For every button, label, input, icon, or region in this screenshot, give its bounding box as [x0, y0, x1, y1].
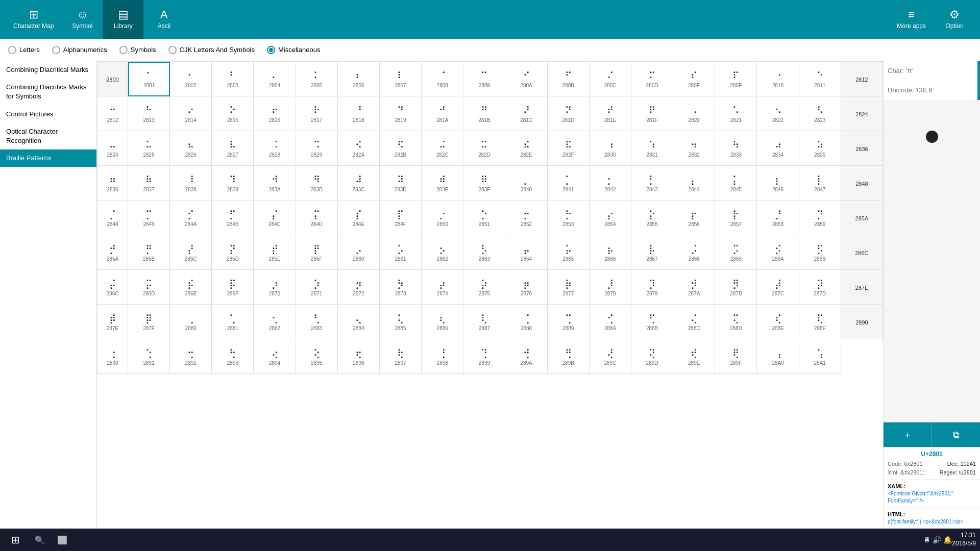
grid-cell-2868[interactable]: ⡨2868 [673, 235, 715, 270]
grid-cell-284F[interactable]: ⡏284F [380, 201, 422, 235]
grid-cell-2828[interactable]: ⠨2828 [254, 131, 296, 166]
grid-cell-2842[interactable]: ⡂2842 [590, 166, 631, 201]
grid-cell-2836[interactable]: ⠶2836 [97, 166, 128, 201]
grid-cell-288A[interactable]: ⢊288A [590, 305, 631, 339]
grid-cell-2862[interactable]: ⡢2862 [422, 235, 463, 270]
grid-cell-288E[interactable]: ⢎288E [757, 305, 799, 339]
grid-cell-2870[interactable]: ⡰2870 [254, 270, 296, 305]
grid-cell-282D[interactable]: ⠭282D [463, 131, 505, 166]
sidebar-item-control-pictures[interactable]: Control Pictures [0, 106, 96, 123]
char-search-input[interactable] [884, 61, 977, 81]
grid-cell-2803[interactable]: ⠃2803 [212, 62, 254, 96]
taskbar-search[interactable]: 🔍 [31, 531, 49, 549]
grid-cell-286C[interactable]: ⡬286C [97, 270, 128, 305]
grid-cell-2881[interactable]: ⢁2881 [212, 305, 254, 339]
grid-cell-2859[interactable]: ⡙2859 [799, 201, 841, 235]
grid-cell-2873[interactable]: ⡳2873 [380, 270, 422, 305]
grid-cell-286D[interactable]: ⡭286D [128, 270, 170, 305]
grid-cell-285B[interactable]: ⡛285B [128, 235, 170, 270]
grid-cell-2839[interactable]: ⠹2839 [212, 166, 254, 201]
taskbar-task-view[interactable]: ⬜ [53, 531, 71, 549]
grid-cell-2866[interactable]: ⡦2866 [590, 235, 631, 270]
grid-cell-2845[interactable]: ⡅2845 [715, 166, 757, 201]
grid-cell-289B[interactable]: ⢛289B [548, 339, 590, 374]
grid-cell-286F[interactable]: ⡯286F [212, 270, 254, 305]
grid-cell-284B[interactable]: ⡋284B [212, 201, 254, 235]
grid-cell-281F[interactable]: ⠟281F [631, 96, 673, 131]
grid-cell-286B[interactable]: ⡫286B [799, 235, 841, 270]
grid-cell-2855[interactable]: ⡕2855 [631, 201, 673, 235]
grid-cell-2874[interactable]: ⡴2874 [422, 270, 463, 305]
grid-cell-2852[interactable]: ⡒2852 [505, 201, 547, 235]
grid-cell-2883[interactable]: ⢃2883 [296, 305, 338, 339]
grid-cell-287C[interactable]: ⡼287C [757, 270, 799, 305]
volume-icon[interactable]: 🔊 [933, 536, 941, 544]
grid-cell-284C[interactable]: ⡌284C [254, 201, 296, 235]
grid-cell-2811[interactable]: ⠑2811 [799, 62, 841, 96]
grid-cell-2865[interactable]: ⡥2865 [548, 235, 590, 270]
grid-cell-2838[interactable]: ⠸2838 [170, 166, 212, 201]
toolbar-library[interactable]: ▤ Library [103, 0, 143, 39]
grid-cell-2889[interactable]: ⢉2889 [548, 305, 590, 339]
toolbar-character-map[interactable]: ⊞ Character Map [5, 0, 62, 39]
network-icon[interactable]: 🖥 [923, 536, 930, 544]
grid-cell-2867[interactable]: ⡧2867 [631, 235, 673, 270]
grid-cell-280A[interactable]: ⠊280A [505, 62, 547, 96]
grid-cell-2810[interactable]: ⠐2810 [757, 62, 799, 96]
sidebar-item-ocr[interactable]: Optical Character Recognition [0, 123, 96, 149]
grid-cell-2876[interactable]: ⡶2876 [505, 270, 547, 305]
grid-cell-283C[interactable]: ⠼283C [338, 166, 380, 201]
grid-cell-2801[interactable]: ⠁2801 [128, 62, 170, 96]
grid-cell-2861[interactable]: ⡡2861 [380, 235, 422, 270]
grid-cell-2871[interactable]: ⡱2871 [296, 270, 338, 305]
grid-cell-283A[interactable]: ⠺283A [254, 166, 296, 201]
grid-cell-289E[interactable]: ⢞289E [673, 339, 715, 374]
grid-cell-28A1[interactable]: ⢡28A1 [799, 339, 841, 374]
grid-cell-2820[interactable]: ⠠2820 [673, 96, 715, 131]
grid-cell-2827[interactable]: ⠧2827 [212, 131, 254, 166]
grid-cell-282A[interactable]: ⠪282A [338, 131, 380, 166]
grid-cell-2878[interactable]: ⡸2878 [590, 270, 631, 305]
unicode-search-input[interactable] [884, 81, 977, 100]
filter-alphanumerics[interactable]: Alphanumerics [52, 46, 107, 54]
grid-cell-281C[interactable]: ⠜281C [505, 96, 547, 131]
grid-cell-2854[interactable]: ⡔2854 [590, 201, 631, 235]
grid-cell-2837[interactable]: ⠷2837 [128, 166, 170, 201]
grid-cell-288B[interactable]: ⢋288B [631, 305, 673, 339]
grid-cell-286A[interactable]: ⡪286A [757, 235, 799, 270]
filter-cjk[interactable]: CJK Letters And Symbols [168, 46, 255, 54]
grid-cell-2857[interactable]: ⡗2857 [715, 201, 757, 235]
grid-cell-28A0[interactable]: ⢠28A0 [757, 339, 799, 374]
grid-cell-285C[interactable]: ⡜285C [170, 235, 212, 270]
grid-cell-2807[interactable]: ⠇2807 [380, 62, 422, 96]
more-apps-button[interactable]: ≡ More apps [889, 0, 934, 39]
char-search-button[interactable]: 🔍 [977, 61, 980, 81]
grid-cell-2898[interactable]: ⢘2898 [422, 339, 463, 374]
grid-cell-2884[interactable]: ⢄2884 [338, 305, 380, 339]
copy-panel-button[interactable]: ⧉ [932, 422, 980, 447]
grid-cell-287D[interactable]: ⡽287D [799, 270, 841, 305]
grid-cell-281A[interactable]: ⠚281A [422, 96, 463, 131]
grid-cell-2863[interactable]: ⡣2863 [463, 235, 505, 270]
grid-cell-2841[interactable]: ⡁2841 [548, 166, 590, 201]
grid-cell-281E[interactable]: ⠞281E [590, 96, 631, 131]
grid-cell-2806[interactable]: ⠆2806 [338, 62, 380, 96]
grid-cell-2890[interactable]: ⢐2890 [97, 339, 128, 374]
toolbar-symbol[interactable]: ☺ Symbol [62, 0, 103, 39]
grid-cell-2824[interactable]: ⠤2824 [97, 131, 128, 166]
add-button[interactable]: ＋ [884, 422, 932, 447]
grid-cell-2814[interactable]: ⠔2814 [170, 96, 212, 131]
grid-cell-2825[interactable]: ⠥2825 [128, 131, 170, 166]
grid-cell-280E[interactable]: ⠎280E [673, 62, 715, 96]
grid-cell-2821[interactable]: ⠡2821 [715, 96, 757, 131]
grid-cell-2815[interactable]: ⠕2815 [212, 96, 254, 131]
grid-cell-2809[interactable]: ⠉2809 [463, 62, 505, 96]
grid-cell-287B[interactable]: ⡻287B [715, 270, 757, 305]
grid-cell-288D[interactable]: ⢍288D [715, 305, 757, 339]
sidebar-item-combining-diacritics[interactable]: Combining Diacritics Marks for Symbols [0, 79, 96, 105]
grid-cell-2880[interactable]: ⢀2880 [170, 305, 212, 339]
grid-cell-2850[interactable]: ⡐2850 [422, 201, 463, 235]
unicode-search-button[interactable]: 🔍 [977, 81, 980, 100]
grid-cell-281B[interactable]: ⠛281B [463, 96, 505, 131]
grid-cell-2872[interactable]: ⡲2872 [338, 270, 380, 305]
